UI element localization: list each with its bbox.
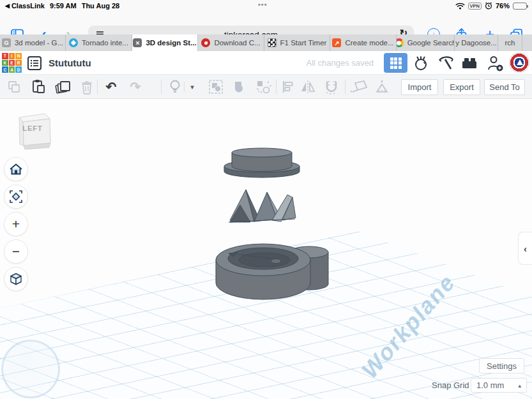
send-to-button[interactable]: Send To bbox=[484, 79, 525, 95]
tab-create-mode[interactable]: ↗ Create mode... bbox=[330, 34, 397, 51]
tab-rch[interactable]: rch bbox=[498, 34, 522, 51]
save-status: All changes saved bbox=[306, 58, 374, 68]
bricks-export-button[interactable] bbox=[460, 54, 479, 72]
zoom-in-button[interactable]: + bbox=[4, 212, 28, 236]
design-menu-icon[interactable] bbox=[27, 56, 42, 71]
editor-3d-view-button[interactable] bbox=[384, 53, 407, 73]
tab-dagoose[interactable]: y Dagoose... bbox=[455, 34, 498, 51]
tab-3d-design-active[interactable]: × 3D design St... bbox=[132, 34, 198, 51]
tab-3d-model[interactable]: G 3d model - G... bbox=[0, 34, 66, 51]
redo-button[interactable]: ↷ bbox=[126, 79, 144, 95]
ios-status-bar: ◀ ClassLink 9:59 AM Thu Aug 28 ••• VPN 7… bbox=[0, 0, 532, 11]
workplane-tool-button[interactable] bbox=[350, 79, 368, 95]
ruler-tool-button[interactable] bbox=[373, 79, 391, 95]
logo-letter: C bbox=[2, 66, 8, 73]
battery-icon bbox=[513, 3, 527, 10]
tab-favicon: G bbox=[2, 38, 11, 47]
tab-google-search[interactable]: Google Search bbox=[397, 34, 455, 51]
editor-toolbar: ↶ ↷ ▾ bbox=[0, 75, 532, 99]
lego-brick-icon bbox=[460, 56, 478, 71]
alarm-clock-icon bbox=[485, 2, 492, 10]
fit-view-button[interactable] bbox=[4, 184, 28, 209]
back-to-app-link[interactable]: ◀ ClassLink bbox=[5, 2, 45, 10]
tab-favicon bbox=[69, 38, 78, 47]
tab-label: 3D design St... bbox=[146, 39, 196, 47]
ungroup-all-button[interactable] bbox=[254, 79, 272, 95]
tab-favicon bbox=[201, 38, 210, 47]
align-button[interactable] bbox=[280, 79, 295, 95]
export-button[interactable]: Export bbox=[443, 79, 480, 95]
tab-download[interactable]: Download C... bbox=[198, 34, 264, 51]
toolbar-separator bbox=[345, 80, 346, 94]
status-date: Thu Aug 28 bbox=[82, 2, 119, 10]
home-view-button[interactable] bbox=[4, 157, 28, 181]
grid-icon bbox=[390, 57, 402, 69]
duplicate-button[interactable] bbox=[54, 79, 72, 95]
tab-close-icon[interactable]: × bbox=[133, 38, 142, 47]
notes-button[interactable] bbox=[166, 79, 184, 95]
perspective-toggle-button[interactable] bbox=[4, 267, 28, 291]
perspective-cube-icon bbox=[9, 272, 23, 286]
blocks-export-button[interactable] bbox=[436, 54, 455, 72]
tab-favicon-checkered-flag-icon bbox=[268, 38, 277, 47]
logo-letter: D bbox=[15, 66, 22, 73]
magnet-snap-button[interactable] bbox=[323, 79, 341, 95]
view-cube-face-label[interactable]: LEFT bbox=[13, 124, 52, 132]
logo-letter: I bbox=[9, 53, 15, 59]
tab-favicon: ↗ bbox=[332, 38, 341, 47]
logo-letter: A bbox=[9, 66, 15, 73]
tab-label: Create mode... bbox=[345, 39, 393, 47]
browser-tab-bar: G 3d model - G... Tornado inte... × 3D d… bbox=[0, 34, 532, 51]
delete-button[interactable] bbox=[78, 79, 96, 95]
collaborate-button[interactable] bbox=[485, 54, 505, 72]
copy-button[interactable] bbox=[5, 79, 23, 95]
back-app-label: ClassLink bbox=[11, 2, 45, 10]
sim-lab-button[interactable] bbox=[411, 54, 430, 72]
tab-label: 3d model - G... bbox=[15, 39, 63, 47]
toolbar-separator bbox=[184, 82, 185, 92]
back-triangle-icon: ◀ bbox=[5, 3, 10, 9]
logo-letter: N bbox=[15, 53, 22, 59]
undo-button[interactable]: ↶ bbox=[102, 79, 120, 95]
notes-dropdown-button[interactable]: ▾ bbox=[186, 79, 198, 95]
multitasking-dots-icon[interactable]: ••• bbox=[258, 1, 268, 8]
tab-label: Tornado inte... bbox=[82, 39, 128, 47]
group-button[interactable] bbox=[207, 79, 225, 95]
logo-letter: R bbox=[15, 60, 22, 66]
user-avatar[interactable] bbox=[509, 52, 529, 73]
tab-sliver[interactable] bbox=[522, 34, 532, 51]
tab-label: Download C... bbox=[214, 39, 260, 47]
navigation-puck[interactable] bbox=[1, 340, 60, 398]
toolbar-separator bbox=[161, 80, 162, 94]
snap-grid-value: 1.0 mm bbox=[476, 380, 504, 390]
avatar-emblem bbox=[517, 59, 523, 65]
shapes-panel-handle[interactable]: ‹ bbox=[518, 232, 532, 265]
ungroup-button[interactable] bbox=[231, 79, 249, 95]
design-title[interactable]: Stutututu bbox=[49, 57, 91, 68]
wifi-icon bbox=[455, 3, 465, 10]
tab-tornado[interactable]: Tornado inte... bbox=[66, 34, 132, 51]
tab-f1-timer[interactable]: F1 Start Timer bbox=[264, 34, 330, 51]
mirror-button[interactable] bbox=[299, 79, 317, 95]
viewport-3d[interactable]: Workplane bbox=[0, 99, 532, 399]
minus-icon: − bbox=[12, 245, 20, 258]
settings-button[interactable]: Settings bbox=[479, 358, 524, 373]
clock-time: 9:59 AM bbox=[50, 2, 77, 10]
snap-grid-label: Snap Grid bbox=[432, 380, 469, 390]
panel-chevron-icon: ‹ bbox=[524, 243, 527, 254]
tinkercad-header: T I N K E R C A D Stutututu All changes … bbox=[0, 51, 532, 75]
zoom-out-button[interactable]: − bbox=[4, 239, 28, 264]
tab-label: F1 Start Timer bbox=[280, 39, 327, 47]
apple-icon bbox=[413, 55, 429, 72]
shape-spikes[interactable] bbox=[229, 190, 296, 222]
import-button[interactable]: Import bbox=[401, 79, 438, 95]
shape-hat[interactable] bbox=[224, 148, 300, 177]
workplane[interactable] bbox=[0, 99, 532, 399]
plus-icon: + bbox=[12, 218, 20, 230]
undo-icon: ↶ bbox=[106, 80, 117, 94]
tinkercad-logo[interactable]: T I N K E R C A D bbox=[2, 53, 22, 73]
paste-button[interactable] bbox=[29, 79, 47, 95]
home-icon bbox=[9, 163, 23, 176]
lightbulb-icon bbox=[169, 79, 181, 94]
snap-grid-dropdown[interactable]: 1.0 mm ▴ bbox=[471, 378, 527, 393]
